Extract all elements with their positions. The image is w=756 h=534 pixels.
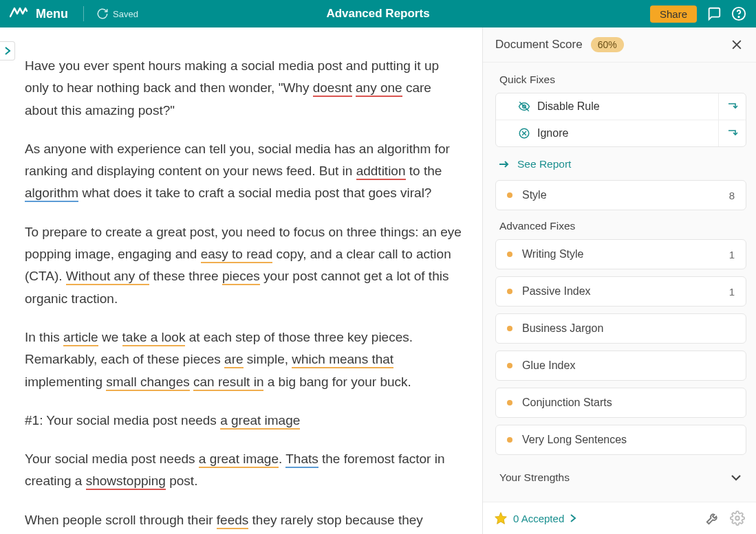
ignore-label: Ignore bbox=[537, 127, 568, 140]
accepted-label: 0 Accepted bbox=[513, 513, 564, 524]
accepted-button[interactable]: 0 Accepted bbox=[494, 511, 576, 525]
category-label: Writing Style bbox=[522, 248, 584, 260]
category-glue-index[interactable]: Glue Index bbox=[495, 351, 746, 381]
app-logo-icon[interactable] bbox=[10, 7, 28, 21]
text: post. bbox=[166, 474, 197, 488]
dot-icon bbox=[507, 192, 512, 198]
dot-icon bbox=[507, 326, 512, 331]
main-area: Have you ever spent hours making a socia… bbox=[0, 27, 756, 534]
topbar-left: Menu Saved bbox=[10, 6, 138, 21]
category-passive-index[interactable]: Passive Index 1 bbox=[495, 276, 746, 307]
share-button[interactable]: Share bbox=[650, 5, 697, 23]
ignore-arrow[interactable] bbox=[718, 120, 746, 146]
text: they rarely stop because they bbox=[248, 513, 422, 527]
category-conjunction-starts[interactable]: Conjunction Starts bbox=[495, 388, 746, 418]
style-suggestion[interactable]: can result in bbox=[193, 375, 263, 391]
disable-rule-arrow[interactable] bbox=[718, 93, 746, 120]
category-label: Conjunction Starts bbox=[522, 397, 612, 409]
svg-marker-5 bbox=[495, 513, 507, 524]
style-suggestion[interactable]: small changes bbox=[106, 375, 189, 391]
style-suggestion[interactable]: feeds bbox=[217, 513, 248, 529]
sync-icon bbox=[96, 8, 109, 20]
category-label: Style bbox=[522, 189, 547, 201]
svg-point-1 bbox=[738, 16, 739, 17]
category-very-long-sentences[interactable]: Very Long Sentences bbox=[495, 425, 746, 455]
style-suggestion[interactable]: take a look bbox=[122, 330, 186, 346]
style-suggestion[interactable]: a great image bbox=[220, 413, 300, 430]
category-writing-style[interactable]: Writing Style 1 bbox=[495, 239, 746, 269]
text: a big bang for your buck. bbox=[263, 375, 411, 389]
spelling-error[interactable]: any one bbox=[356, 80, 402, 97]
dot-icon bbox=[507, 400, 512, 405]
category-count: 1 bbox=[729, 286, 735, 298]
topbar-right: Share bbox=[650, 5, 746, 23]
disable-rule-label: Disable Rule bbox=[537, 100, 600, 113]
category-business-jargon[interactable]: Business Jargon bbox=[495, 313, 746, 344]
ignore-action[interactable]: Ignore bbox=[496, 120, 746, 146]
help-icon[interactable] bbox=[731, 6, 746, 21]
text: what does it take to craft a social medi… bbox=[78, 186, 431, 200]
grammar-suggestion[interactable]: algorithm bbox=[25, 186, 78, 202]
saved-label: Saved bbox=[113, 9, 138, 19]
style-suggestion[interactable]: which means that bbox=[292, 352, 393, 368]
your-strengths-toggle[interactable]: Your Strengths bbox=[495, 462, 746, 491]
comments-icon[interactable] bbox=[706, 6, 722, 21]
category-label: Very Long Sentences bbox=[522, 434, 627, 446]
style-suggestion[interactable]: pieces bbox=[222, 269, 260, 285]
disable-rule-action[interactable]: Disable Rule bbox=[496, 93, 746, 120]
chevron-down-icon bbox=[730, 474, 742, 482]
star-icon bbox=[494, 511, 508, 525]
see-report-link[interactable]: See Report bbox=[495, 154, 746, 180]
text: implementing bbox=[25, 375, 106, 389]
sidebar-body[interactable]: Quick Fixes Disable Rule bbox=[483, 63, 756, 502]
footer-tools bbox=[705, 511, 745, 526]
svg-point-6 bbox=[735, 516, 739, 520]
sidebar-header: Document Score 60% bbox=[483, 27, 756, 63]
style-suggestion[interactable]: are bbox=[224, 352, 243, 368]
spelling-error[interactable]: showstopping bbox=[86, 474, 166, 490]
gear-icon[interactable] bbox=[730, 511, 745, 526]
dot-icon bbox=[507, 252, 512, 257]
menu-button[interactable]: Menu bbox=[36, 7, 68, 21]
expand-panel-button[interactable] bbox=[0, 41, 15, 60]
paragraph[interactable]: When people scroll through their feeds t… bbox=[25, 509, 463, 531]
text: . bbox=[279, 452, 285, 466]
saved-status: Saved bbox=[96, 8, 138, 20]
text: #1: Your social media post needs bbox=[25, 413, 220, 427]
paragraph[interactable]: #1: Your social media post needs a great… bbox=[25, 410, 463, 432]
style-suggestion[interactable]: article bbox=[63, 330, 98, 346]
editor-scroll[interactable]: Have you ever spent hours making a socia… bbox=[0, 27, 482, 534]
category-label: Passive Index bbox=[522, 285, 591, 298]
spelling-error[interactable]: doesnt bbox=[313, 80, 352, 97]
chevron-right-icon bbox=[570, 513, 576, 523]
category-label: Glue Index bbox=[522, 359, 575, 372]
text: In this bbox=[25, 330, 63, 344]
document-editor[interactable]: Have you ever spent hours making a socia… bbox=[25, 55, 463, 531]
paragraph[interactable]: To prepare to create a great post, you n… bbox=[25, 221, 463, 310]
paragraph[interactable]: In this article we take a look at each s… bbox=[25, 326, 463, 393]
text: simple, bbox=[244, 352, 292, 366]
style-suggestion[interactable]: easy to read bbox=[201, 247, 273, 263]
paragraph[interactable]: As anyone with experience can tell you, … bbox=[25, 138, 463, 205]
text: Your social media post needs bbox=[25, 452, 199, 466]
category-label: Business Jargon bbox=[522, 322, 603, 335]
style-suggestion[interactable]: a great image bbox=[199, 452, 279, 468]
category-count: 1 bbox=[729, 249, 735, 260]
page-title: Advanced Reports bbox=[326, 7, 429, 21]
advanced-fixes-title: Advanced Fixes bbox=[499, 220, 746, 232]
paragraph[interactable]: Your social media post needs a great ima… bbox=[25, 448, 463, 493]
document-score-label: Document Score bbox=[495, 38, 583, 52]
spelling-error[interactable]: addtition bbox=[356, 164, 406, 180]
wrench-icon[interactable] bbox=[705, 511, 720, 526]
close-sidebar-button[interactable] bbox=[730, 38, 744, 52]
grammar-suggestion[interactable]: Thats bbox=[285, 452, 318, 468]
text: When people scroll through their bbox=[25, 513, 217, 527]
score-badge: 60% bbox=[591, 37, 624, 52]
text: we bbox=[98, 330, 122, 344]
text: to the bbox=[406, 164, 442, 178]
paragraph[interactable]: Have you ever spent hours making a socia… bbox=[25, 55, 463, 122]
category-style[interactable]: Style 8 bbox=[495, 180, 746, 210]
cancel-icon bbox=[518, 127, 530, 140]
style-suggestion[interactable]: Without any of bbox=[66, 269, 149, 285]
your-strengths-label: Your Strengths bbox=[499, 471, 570, 484]
